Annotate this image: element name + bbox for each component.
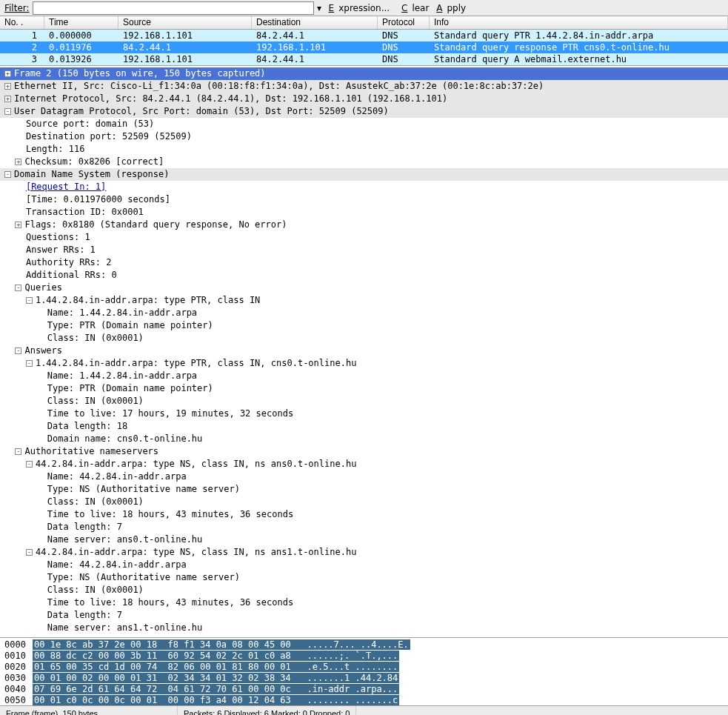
hex-ascii: ........ .......c <box>307 695 398 705</box>
hex-offset: 0010 <box>0 651 33 662</box>
tree-leaf[interactable]: Name server: ans0.t-online.hu <box>0 533 728 546</box>
cell-time: 0.013926 <box>44 53 118 65</box>
tree-request-link[interactable]: [Request In: 1] <box>0 181 728 193</box>
tree-leaf[interactable]: Time to live: 18 hours, 43 minutes, 36 s… <box>0 596 728 609</box>
hex-row[interactable]: 000000 1e 8c ab 37 2e 00 18 f8 f1 34 0a … <box>0 639 728 651</box>
cell-time: 0.000000 <box>44 30 118 41</box>
collapse-icon[interactable]: - <box>26 360 33 367</box>
tree-query-item[interactable]: -1.44.2.84.in-addr.arpa: type PTR, class… <box>0 294 728 307</box>
tree-leaf[interactable]: Additional RRs: 0 <box>0 269 728 282</box>
tree-ethernet[interactable]: +Ethernet II, Src: Cisco-Li_f1:34:0a (00… <box>0 80 728 93</box>
tree-leaf[interactable]: Answer RRs: 1 <box>0 244 728 256</box>
cell-src: 192.168.1.101 <box>118 30 252 41</box>
hex-row[interactable]: 005000 01 c0 0c 00 0c 00 01 00 00 f3 a4 … <box>0 695 728 706</box>
tree-leaf[interactable]: Name: 1.44.2.84.in-addr.arpa <box>0 370 728 382</box>
filter-label: Filter: <box>4 3 30 13</box>
collapse-icon[interactable]: - <box>26 297 33 304</box>
tree-leaf[interactable]: Data length: 18 <box>0 420 728 433</box>
tree-leaf[interactable]: Questions: 1 <box>0 231 728 244</box>
tree-leaf[interactable]: Time to live: 18 hours, 43 minutes, 36 s… <box>0 508 728 521</box>
collapse-icon[interactable]: - <box>4 108 11 115</box>
tree-leaf[interactable]: Data length: 7 <box>0 609 728 622</box>
packet-details-pane[interactable]: +Frame 2 (150 bytes on wire, 150 bytes c… <box>0 66 728 638</box>
tree-answer-item[interactable]: -1.44.2.84.in-addr.arpa: type PTR, class… <box>0 357 728 370</box>
packet-row-selected[interactable]: 2 0.011976 84.2.44.1 192.168.1.101 DNS S… <box>0 41 728 53</box>
tree-leaf[interactable]: Class: IN (0x0001) <box>0 332 728 345</box>
col-header-destination[interactable]: Destination <box>252 16 378 29</box>
tree-leaf[interactable]: Authority RRs: 2 <box>0 256 728 269</box>
tree-leaf[interactable]: Time to live: 17 hours, 19 minutes, 32 s… <box>0 408 728 420</box>
tree-leaf[interactable]: Name server: ans1.t-online.hu <box>0 622 728 634</box>
hex-dump-pane[interactable]: 000000 1e 8c ab 37 2e 00 18 f8 f1 34 0a … <box>0 638 728 706</box>
tree-leaf[interactable]: Destination port: 52509 (52509) <box>0 130 728 143</box>
expand-icon[interactable]: + <box>4 83 11 90</box>
hex-offset: 0050 <box>0 695 33 706</box>
collapse-icon[interactable]: - <box>26 461 33 468</box>
apply-button[interactable]: Apply <box>436 3 466 13</box>
collapse-icon[interactable]: - <box>26 549 33 556</box>
tree-frame[interactable]: +Frame 2 (150 bytes on wire, 150 bytes c… <box>0 67 728 80</box>
tree-leaf[interactable]: [Time: 0.011976000 seconds] <box>0 193 728 206</box>
packet-list-pane: No. . Time Source Destination Protocol I… <box>0 16 728 66</box>
col-header-protocol[interactable]: Protocol <box>378 16 430 29</box>
collapse-icon[interactable]: - <box>4 171 11 178</box>
tree-leaf[interactable]: Name: 1.44.2.84.in-addr.arpa <box>0 307 728 319</box>
expression-button[interactable]: Expression... <box>329 3 395 13</box>
expand-icon[interactable]: + <box>4 96 11 102</box>
cell-src: 84.2.44.1 <box>118 41 252 53</box>
tree-leaf[interactable]: Class: IN (0x0001) <box>0 496 728 508</box>
tree-leaf[interactable]: Class: IN (0x0001) <box>0 584 728 596</box>
tree-leaf[interactable]: Length: 116 <box>0 143 728 156</box>
tree-leaf[interactable]: Type: NS (Authoritative name server) <box>0 483 728 496</box>
tree-answers[interactable]: -Answers <box>0 345 728 357</box>
hex-offset: 0000 <box>0 639 33 651</box>
col-header-info[interactable]: Info <box>430 16 728 29</box>
collapse-icon[interactable]: - <box>15 285 21 291</box>
hex-row[interactable]: 003000 01 00 02 00 00 01 31 02 34 34 01 … <box>0 673 728 684</box>
tree-leaf[interactable]: Source port: domain (53) <box>0 118 728 130</box>
tree-dns[interactable]: -Domain Name System (response) <box>0 168 728 181</box>
cell-time: 0.011976 <box>44 41 118 53</box>
hex-ascii: .e.5...t ........ <box>307 662 398 672</box>
col-header-time[interactable]: Time <box>44 16 118 29</box>
tree-leaf[interactable]: Domain name: cns0.t-online.hu <box>0 433 728 445</box>
collapse-icon[interactable]: - <box>15 347 21 354</box>
tree-leaf[interactable]: Class: IN (0x0001) <box>0 395 728 408</box>
expand-icon[interactable]: + <box>15 222 21 228</box>
col-header-no[interactable]: No. . <box>0 16 44 29</box>
collapse-icon[interactable]: - <box>15 448 21 455</box>
hex-bytes: 00 01 c0 0c 00 0c 00 01 00 00 f3 a4 00 1… <box>34 695 291 705</box>
hex-row[interactable]: 004007 69 6e 2d 61 64 64 72 04 61 72 70 … <box>0 684 728 695</box>
tree-leaf[interactable]: Data length: 7 <box>0 521 728 533</box>
tree-ns-item[interactable]: -44.2.84.in-addr.arpa: type NS, class IN… <box>0 546 728 559</box>
tree-leaf[interactable]: Transaction ID: 0x0001 <box>0 206 728 219</box>
tree-checksum[interactable]: +Checksum: 0x8206 [correct] <box>0 156 728 168</box>
status-bar: Frame (frame), 150 bytes Packets: 6 Disp… <box>0 706 728 715</box>
packet-row[interactable]: 1 0.000000 192.168.1.101 84.2.44.1 DNS S… <box>0 30 728 41</box>
tree-leaf[interactable]: Name: 44.2.84.in-addr.arpa <box>0 559 728 571</box>
cell-info: Standard query A webmail.externet.hu <box>430 53 728 65</box>
expand-icon[interactable]: + <box>4 70 11 77</box>
tree-leaf[interactable]: Type: PTR (Domain name pointer) <box>0 319 728 332</box>
tree-queries[interactable]: -Queries <box>0 282 728 294</box>
hex-ascii: ......;. `.T.,... <box>307 651 398 661</box>
tree-leaf[interactable]: Name: 44.2.84.in-addr.arpa <box>0 470 728 483</box>
expand-icon[interactable]: + <box>15 159 21 165</box>
filter-dropdown-icon[interactable]: ▾ <box>314 3 324 13</box>
tree-leaf[interactable]: Type: NS (Authoritative name server) <box>0 571 728 584</box>
packet-row[interactable]: 3 0.013926 192.168.1.101 84.2.44.1 DNS S… <box>0 53 728 65</box>
tree-udp[interactable]: -User Datagram Protocol, Src Port: domai… <box>0 105 728 118</box>
tree-leaf[interactable]: Type: PTR (Domain name pointer) <box>0 382 728 395</box>
filter-input[interactable] <box>33 1 314 15</box>
tree-flags[interactable]: +Flags: 0x8180 (Standard query response,… <box>0 219 728 231</box>
tree-ns-item[interactable]: -44.2.84.in-addr.arpa: type NS, class IN… <box>0 458 728 470</box>
hex-row[interactable]: 002001 65 00 35 cd 1d 00 74 82 06 00 01 … <box>0 662 728 673</box>
packet-list-header[interactable]: No. . Time Source Destination Protocol I… <box>0 16 728 30</box>
cell-src: 192.168.1.101 <box>118 53 252 65</box>
hex-offset: 0030 <box>0 673 33 684</box>
tree-auth[interactable]: -Authoritative nameservers <box>0 445 728 458</box>
clear-button[interactable]: Clear <box>401 3 429 13</box>
tree-ip[interactable]: +Internet Protocol, Src: 84.2.44.1 (84.2… <box>0 93 728 105</box>
col-header-source[interactable]: Source <box>118 16 252 29</box>
hex-row[interactable]: 001000 88 dc c2 00 00 3b 11 60 92 54 02 … <box>0 651 728 662</box>
